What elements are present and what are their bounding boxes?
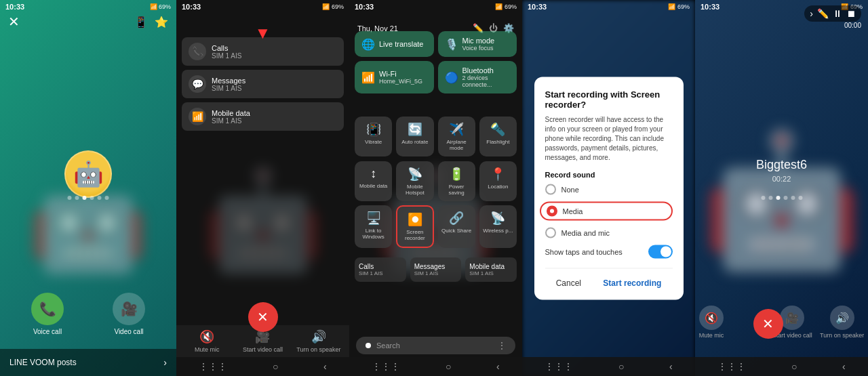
qs-tile-bluetooth[interactable]: 🔵 Bluetooth 2 devices connecte... — [438, 61, 517, 93]
star-icon[interactable]: ⭐ — [155, 16, 168, 28]
start-recording-button[interactable]: Start recording — [596, 275, 668, 290]
p5-dot-4 — [783, 196, 787, 200]
p5-dot-5 — [791, 196, 795, 200]
speaker-icon-p2: 🔊 — [311, 329, 326, 344]
nav-back-icon-p3[interactable]: ‹ — [496, 361, 500, 372]
qs-tile-auto-rotate[interactable]: 🔄 Auto rotate — [396, 117, 433, 156]
quick-share-label: Quick Share — [441, 228, 471, 234]
notif-mobile-data-content: Mobile data SIM 1 AIS — [212, 109, 337, 125]
call-dots — [761, 196, 802, 200]
dialog-buttons: Cancel Start recording — [545, 268, 673, 290]
option-none-label: None — [561, 185, 579, 193]
screen-recorder-label: Screen recorder — [400, 229, 429, 241]
qs-tile-power-saving[interactable]: 🔋 Power saving — [438, 161, 475, 201]
video-call-button[interactable]: 🎥 Video call — [113, 293, 145, 335]
pencil-icon[interactable]: ✏️ — [817, 8, 829, 19]
qs-tile-wifi[interactable]: 📶 Wi-Fi Home_WiFi_5G — [355, 61, 434, 93]
search-dot — [366, 343, 371, 348]
caller-avatar-area: 🤖 — [64, 150, 112, 198]
qs-tile-location[interactable]: 📍 Location — [479, 161, 517, 201]
call-header: ✕ 📱 ⭐ — [0, 0, 176, 35]
status-bar-p2: 10:33 📶 69% — [176, 0, 349, 14]
qs-tile-flashlight[interactable]: 🔦 Flashlight — [479, 117, 517, 156]
location-label: Location — [488, 184, 508, 190]
show-taps-toggle[interactable] — [648, 245, 673, 258]
power-saving-icon: 🔋 — [449, 167, 464, 182]
qs-tile-screen-recorder[interactable]: ⏺️ Screen recorder — [396, 205, 433, 248]
auto-rotate-icon: 🔄 — [408, 122, 422, 137]
search-bar-p3[interactable]: Search ⋮ — [356, 337, 515, 354]
speaker-button-p5[interactable]: 🔊 Turn on speaker — [820, 306, 864, 339]
nav-back-icon-p5[interactable]: ‹ — [842, 361, 846, 372]
mute-button-p5[interactable]: 🔇 Mute mic — [699, 306, 724, 339]
sim-calls-sub: SIM 1 AIS — [359, 270, 402, 276]
nav-home-icon[interactable]: ○ — [273, 361, 278, 372]
cancel-button[interactable]: Cancel — [549, 275, 588, 290]
notification-item-messages[interactable]: 💬 Messages SIM 1 AIS — [182, 70, 344, 98]
nav-bar-p3: ⋮⋮⋮ ○ ‹ — [349, 357, 522, 376]
mute-button-p2[interactable]: 🔇 Mute mic — [179, 329, 235, 353]
wifi-sub: Home_WiFi_5G — [379, 78, 422, 85]
pull-down-arrow: ▼ — [255, 24, 271, 43]
speaker-label-p5: Turn on speaker — [820, 332, 864, 339]
live-translate-icon: 🌐 — [361, 38, 375, 51]
stop-icon[interactable]: ⏹ — [846, 8, 856, 19]
nav-menu-icon[interactable]: ⋮⋮⋮ — [199, 361, 227, 372]
bluetooth-icon: 🔵 — [445, 71, 458, 84]
radio-media[interactable] — [547, 205, 557, 216]
qs-tile-airplane[interactable]: ✈️ Airplane mode — [438, 117, 475, 156]
status-icons-p4: 📶 69% — [668, 3, 690, 10]
end-call-button-p5[interactable]: ✕ — [753, 309, 783, 339]
notif-mobile-data-title: Mobile data — [212, 109, 337, 117]
nav-home-icon-p3[interactable]: ○ — [446, 361, 451, 372]
notification-item-mobile-data[interactable]: 📶 Mobile data SIM 1 AIS — [182, 102, 344, 131]
qs-tile-hotspot[interactable]: 📡 Mobile Hotspot — [396, 161, 433, 201]
more-icon[interactable]: ⋮ — [498, 341, 506, 350]
quick-share-icon: 🔗 — [449, 211, 464, 226]
nav-menu-icon-p5[interactable]: ⋮⋮⋮ — [717, 361, 746, 372]
qs-tile-mic-mode[interactable]: 🎙️ Mic mode Voice focus — [438, 31, 517, 57]
dialog-title: Start recording with Screen recorder? — [545, 89, 673, 109]
dialog-body: Screen recorder will have access to the … — [545, 114, 673, 162]
qs-tile-mobile-data[interactable]: ↕️ Mobile data — [355, 161, 392, 201]
nav-back-icon-p4[interactable]: ‹ — [669, 361, 673, 372]
close-icon[interactable]: ✕ — [8, 14, 20, 30]
mute-icon-p5: 🔇 — [699, 306, 724, 330]
end-call-button-p2[interactable]: ✕ — [248, 302, 278, 332]
screen-recorder-icon: ⏺️ — [408, 212, 422, 227]
qs-tile-wireless[interactable]: 📡 Wireless p... — [479, 205, 517, 248]
radio-media-mic[interactable] — [545, 227, 556, 238]
option-media[interactable]: Media — [540, 201, 673, 220]
expand-icon[interactable]: › — [810, 8, 813, 19]
nav-home-icon-p4[interactable]: ○ — [618, 361, 624, 372]
radio-none[interactable] — [545, 184, 556, 194]
sim-calls-label: Calls — [359, 263, 402, 270]
pause-icon[interactable]: ⏸ — [833, 8, 842, 19]
line-voom-bar[interactable]: LINE VOOM posts › — [0, 349, 176, 376]
nav-back-icon[interactable]: ‹ — [323, 361, 327, 372]
voice-call-button[interactable]: 📞 Voice call — [31, 293, 64, 335]
airplane-icon: ✈️ — [449, 122, 464, 137]
notification-shade-panel: 🤖 10:33 📶 69% ▼ 📞 Calls SIM 1 AIS 💬 Mess… — [176, 0, 349, 376]
caller-name: Biggtest6 — [695, 158, 868, 172]
qs-tile-quick-share[interactable]: 🔗 Quick Share — [438, 205, 475, 248]
option-media-mic[interactable]: Media and mic — [545, 227, 673, 238]
qs-tile-link-windows[interactable]: 🖥️ Link to Windows — [355, 205, 392, 248]
qs-tile-vibrate[interactable]: 📳 Vibrate — [355, 117, 392, 156]
nav-home-icon-p5[interactable]: ○ — [791, 361, 797, 372]
notif-calls-icon: 📞 — [189, 43, 206, 60]
p5-dot-2 — [768, 196, 772, 200]
option-none[interactable]: None — [545, 184, 673, 194]
video-icon-p5: 🎥 — [780, 306, 804, 330]
video-button-p2[interactable]: 🎥 Start video call — [235, 329, 290, 353]
phone-icon[interactable]: 📱 — [134, 16, 148, 28]
nav-menu-icon-p3[interactable]: ⋮⋮⋮ — [372, 361, 400, 372]
mute-label-p2: Mute mic — [195, 346, 220, 353]
nav-menu-icon-p4[interactable]: ⋮⋮⋮ — [545, 361, 573, 372]
notif-mobile-data-icon: 📶 — [189, 108, 206, 125]
qs-tile-live-translate[interactable]: 🌐 Live translate — [355, 31, 434, 57]
qs-wide-tiles: 🌐 Live translate 🎙️ Mic mode Voice focus… — [352, 28, 519, 96]
caller-avatar: 🤖 — [64, 150, 112, 198]
speaker-button-p2[interactable]: 🔊 Turn on speaker — [291, 329, 347, 353]
bluetooth-sub: 2 devices connecte... — [462, 75, 511, 88]
